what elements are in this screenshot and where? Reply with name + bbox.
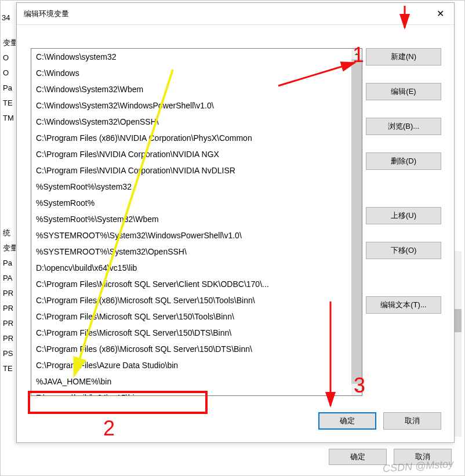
parent-left-labels-2: 统 变量 Pa PA PR PR PR PR PS TE: [3, 226, 16, 376]
list-item[interactable]: C:\Program Files\Microsoft SQL Server\Cl…: [31, 276, 353, 292]
list-item[interactable]: C:\Windows\System32\Wbem: [31, 81, 353, 97]
list-item[interactable]: %SYSTEMROOT%\System32\OpenSSH\: [31, 244, 353, 260]
list-item[interactable]: C:\Windows\System32\OpenSSH\: [31, 114, 353, 130]
parent-ok-button[interactable]: 确定: [329, 449, 387, 465]
list-item[interactable]: C:\Program Files\NVIDIA Corporation\NVID…: [31, 146, 353, 162]
browse-button[interactable]: 浏览(B)...: [366, 118, 441, 135]
path-listbox[interactable]: C:\Windows\system32 C:\Windows C:\Window…: [31, 48, 362, 396]
parent-left-labels-1: 变量 O O Pa TE TM: [3, 35, 16, 126]
titlebar: 编辑环境变量 ✕: [17, 3, 454, 25]
list-scrollbar[interactable]: ⏶ ⏷: [351, 49, 362, 395]
list-item[interactable]: D:\opencv\build\x64\vc15\lib: [31, 260, 353, 276]
parent-cancel-button[interactable]: 取消: [394, 449, 452, 465]
cancel-button[interactable]: 取消: [383, 412, 441, 430]
list-item[interactable]: C:\Program Files\Microsoft SQL Server\15…: [31, 308, 353, 325]
list-item[interactable]: C:\Windows: [31, 65, 353, 81]
dialog-title: 编辑环境变量: [24, 9, 69, 19]
movedown-button[interactable]: 下移(O): [366, 242, 441, 259]
list-item[interactable]: %SYSTEMROOT%\System32\WindowsPowerShell\…: [31, 227, 353, 244]
list-item[interactable]: C:\Windows\system32: [31, 49, 353, 65]
scroll-down-icon[interactable]: ⏷: [351, 385, 362, 395]
list-item[interactable]: C:\Windows\System32\WindowsPowerShell\v1…: [31, 97, 353, 114]
edit-button[interactable]: 编辑(E): [366, 83, 441, 100]
edit-env-dialog: 编辑环境变量 ✕ C:\Windows\system32 C:\Windows …: [16, 2, 455, 443]
scroll-thumb[interactable]: [351, 59, 362, 384]
list-item[interactable]: %SystemRoot%\System32\Wbem: [31, 211, 353, 227]
list-item[interactable]: C:\Program Files (x86)\Microsoft SQL Ser…: [31, 292, 353, 308]
scroll-up-icon[interactable]: ⏶: [351, 49, 362, 59]
close-icon[interactable]: ✕: [426, 3, 454, 24]
list-item[interactable]: %SystemRoot%: [31, 195, 353, 211]
list-item[interactable]: F:\opencv\build\x64\vc15\bin: [31, 390, 353, 396]
edittext-button[interactable]: 编辑文本(T)...: [366, 296, 441, 314]
list-item[interactable]: %SystemRoot%\system32: [31, 179, 353, 195]
parent-fragment: 34: [2, 13, 10, 22]
list-item[interactable]: C:\Program Files\NVIDIA Corporation\NVID…: [31, 162, 353, 179]
list-item[interactable]: C:\Program Files\Azure Data Studio\bin: [31, 357, 353, 373]
moveup-button[interactable]: 上移(U): [366, 207, 441, 224]
list-item[interactable]: C:\Program Files\Microsoft SQL Server\15…: [31, 325, 353, 341]
new-button[interactable]: 新建(N): [366, 48, 441, 66]
list-item[interactable]: C:\Program Files (x86)\NVIDIA Corporatio…: [31, 130, 353, 146]
delete-button[interactable]: 删除(D): [366, 152, 441, 170]
list-item[interactable]: C:\Program Files (x86)\Microsoft SQL Ser…: [31, 341, 353, 357]
ok-button[interactable]: 确定: [318, 412, 376, 430]
list-item[interactable]: %JAVA_HOME%\bin: [31, 373, 353, 390]
